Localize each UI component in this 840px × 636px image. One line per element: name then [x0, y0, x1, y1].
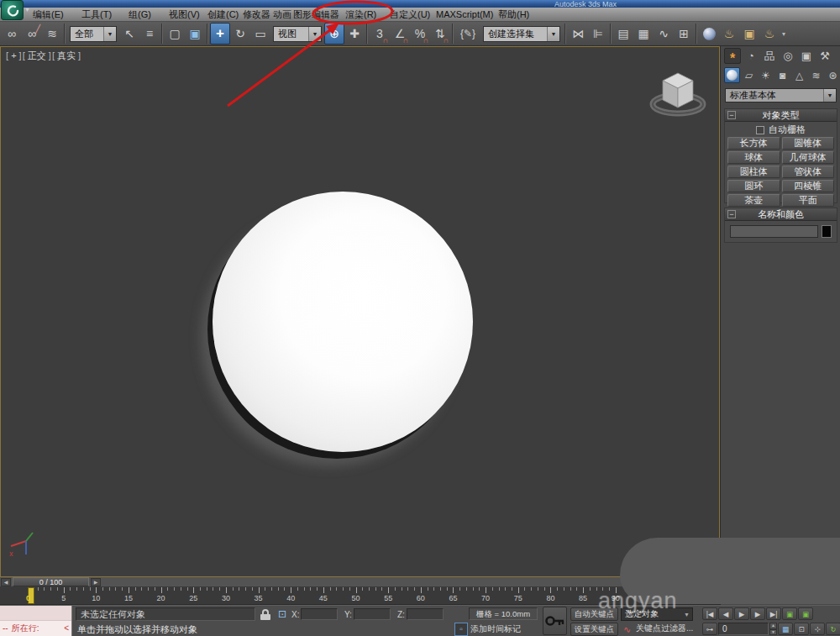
- snaps-toggle-icon[interactable]: 3∩: [370, 23, 390, 45]
- menu-item-tools[interactable]: 工具(T): [79, 8, 114, 21]
- maxscript-mini-listener[interactable]: -- 所在行: <: [0, 606, 72, 636]
- menu-item-rendering[interactable]: 渲染(R): [343, 8, 379, 21]
- object-name-input[interactable]: [730, 225, 818, 238]
- panel-tab-utilities[interactable]: ⚒: [816, 48, 833, 64]
- select-and-move-icon[interactable]: +: [210, 23, 230, 45]
- category-helpers[interactable]: △: [791, 67, 807, 83]
- curve-editor-icon[interactable]: ∿: [654, 23, 674, 45]
- menu-item-group[interactable]: 组(G): [126, 8, 154, 21]
- spinner-up-icon[interactable]: ▲: [769, 623, 777, 629]
- go-to-end-button[interactable]: ▶|: [766, 607, 781, 620]
- key-filters-button[interactable]: 关键点过滤器...: [636, 623, 693, 634]
- listener-top-cell[interactable]: [0, 606, 71, 621]
- percent-snap-icon[interactable]: %∩: [410, 23, 430, 45]
- menu-item-modifiers[interactable]: 修改器: [240, 8, 273, 21]
- viewcube[interactable]: [646, 64, 710, 119]
- selection-lock-icon[interactable]: [260, 609, 270, 620]
- category-systems[interactable]: ⊛: [825, 67, 840, 83]
- key-mode-toggle-button[interactable]: ⊶: [702, 623, 717, 635]
- select-object-icon[interactable]: ↖: [119, 23, 139, 45]
- frame-spinner[interactable]: ▲ ▼: [769, 623, 777, 635]
- zoom-extents-button[interactable]: ▣: [782, 607, 797, 620]
- panel-tab-display[interactable]: ▣: [798, 48, 815, 64]
- object-button-tube[interactable]: 管状体: [782, 166, 835, 178]
- category-shapes[interactable]: ▱: [741, 67, 757, 83]
- menu-item-edit[interactable]: 编辑(E): [30, 8, 66, 21]
- menu-item-customize[interactable]: 自定义(U): [387, 8, 433, 21]
- select-by-name-icon[interactable]: ≡: [139, 23, 160, 45]
- pan-view-button[interactable]: ⊹: [810, 623, 825, 635]
- set-key-button[interactable]: 设置关键点: [570, 623, 618, 636]
- object-button-teapot[interactable]: 茶壶: [727, 194, 780, 207]
- previous-frame-button[interactable]: ◀: [718, 607, 733, 620]
- object-button-plane[interactable]: 平面: [782, 194, 835, 207]
- spinner-down-icon[interactable]: ▼: [769, 629, 777, 636]
- viewport-menu-view[interactable]: 正交: [23, 50, 51, 60]
- time-slider-next-button[interactable]: [91, 578, 101, 586]
- render-setup-icon[interactable]: ♨: [719, 23, 739, 45]
- zoom-extents-all-button[interactable]: ▣: [798, 607, 813, 620]
- object-type-rollout-header[interactable]: 对象类型: [725, 109, 837, 122]
- orbit-viewport-button[interactable]: ↻: [826, 623, 840, 635]
- category-lights[interactable]: ☀: [758, 67, 774, 83]
- object-button-box[interactable]: 长方体: [727, 137, 780, 150]
- menu-item-views[interactable]: 视图(V): [166, 8, 202, 21]
- use-pivot-point-center-icon[interactable]: ⊕: [324, 23, 344, 45]
- object-button-sphere[interactable]: 球体: [727, 151, 780, 164]
- current-frame-field[interactable]: [718, 623, 769, 635]
- object-button-cone[interactable]: 圆锥体: [782, 137, 835, 150]
- spinner-snap-icon[interactable]: ⇅∩: [430, 23, 450, 45]
- listener-bottom-cell[interactable]: -- 所在行: <: [0, 621, 71, 636]
- viewport-menu-general[interactable]: +: [6, 50, 22, 60]
- go-to-start-button[interactable]: |◀: [702, 607, 717, 620]
- panel-tab-motion[interactable]: ◎: [780, 48, 796, 64]
- selection-filter-dropdown[interactable]: 全部▼: [70, 26, 117, 42]
- category-cameras[interactable]: ◙: [774, 67, 790, 83]
- menu-item-help[interactable]: 帮助(H): [496, 8, 532, 21]
- y-coord-field[interactable]: [354, 608, 391, 620]
- next-frame-button[interactable]: ▶: [750, 607, 765, 620]
- select-and-manipulate-icon[interactable]: ✚: [344, 23, 365, 45]
- viewport-menu-shading[interactable]: 真实: [52, 50, 81, 60]
- z-coord-field[interactable]: [407, 608, 444, 620]
- primitive-type-dropdown[interactable]: 标准基本体 ▼: [725, 88, 837, 102]
- object-button-geosphere[interactable]: 几何球体: [782, 151, 835, 164]
- set-keys-button[interactable]: [543, 607, 567, 635]
- name-color-rollout-header[interactable]: 名称和颜色: [725, 208, 837, 221]
- time-slider[interactable]: 0 / 100: [13, 577, 89, 586]
- graphite-ribbon-icon[interactable]: ▦: [633, 23, 654, 45]
- reference-coordinate-system-dropdown[interactable]: 视图▼: [273, 26, 322, 42]
- application-menu-button[interactable]: [1, 0, 24, 20]
- isolate-selection-icon[interactable]: ▫: [454, 623, 468, 636]
- panel-tab-modify[interactable]: ◔: [743, 48, 759, 64]
- angle-snap-icon[interactable]: ∠∩: [390, 23, 410, 45]
- time-configuration-button[interactable]: ▦: [778, 623, 793, 635]
- render-flyout-arrow-icon[interactable]: ▾: [780, 23, 788, 45]
- rendered-frame-window-icon[interactable]: ▣: [739, 23, 759, 45]
- time-slider-prev-button[interactable]: [1, 578, 11, 586]
- object-button-cylinder[interactable]: 圆柱体: [727, 166, 780, 178]
- select-and-link-icon[interactable]: ∞: [2, 23, 22, 45]
- select-and-scale-icon[interactable]: ▭: [250, 23, 270, 45]
- x-coord-field[interactable]: [301, 608, 338, 620]
- perspective-viewport[interactable]: +正交真实 x: [0, 46, 720, 577]
- mirror-icon[interactable]: ⋈: [568, 23, 588, 45]
- category-space-warps[interactable]: ≋: [808, 67, 824, 83]
- menu-item-graph-editors[interactable]: 图形编辑器: [291, 8, 342, 21]
- align-icon[interactable]: ⊫: [588, 23, 608, 45]
- rectangular-selection-region-icon[interactable]: ▢: [165, 23, 185, 45]
- panel-tab-create[interactable]: *: [724, 48, 741, 64]
- edit-named-selection-sets-icon[interactable]: {✎}: [455, 23, 480, 45]
- material-editor-icon[interactable]: [699, 23, 719, 45]
- select-and-rotate-icon[interactable]: ↻: [230, 23, 250, 45]
- object-color-swatch[interactable]: [822, 225, 832, 238]
- render-production-icon[interactable]: ♨: [759, 23, 780, 45]
- autogrid-checkbox[interactable]: [756, 126, 764, 134]
- category-geometry[interactable]: [724, 67, 740, 83]
- absolute-offset-toggle-icon[interactable]: ⊡: [276, 608, 289, 621]
- play-animation-button[interactable]: ▶: [734, 607, 749, 620]
- bind-to-space-warp-icon[interactable]: ≋: [42, 23, 62, 45]
- object-button-pyramid[interactable]: 四棱锥: [782, 180, 835, 192]
- window-crossing-toggle-icon[interactable]: ▣: [185, 23, 205, 45]
- zoom-region-button[interactable]: ⊡: [794, 623, 809, 635]
